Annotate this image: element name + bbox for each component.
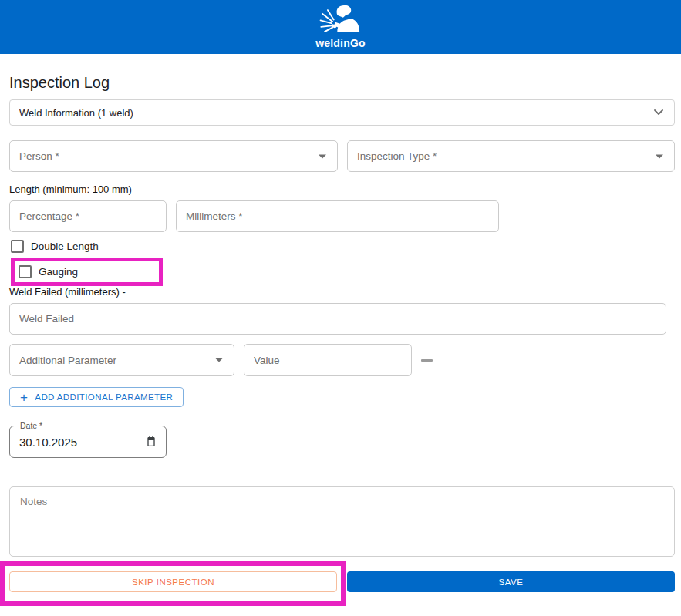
length-inputs-row (9, 200, 681, 232)
chevron-down-icon (654, 109, 663, 116)
app-header: weldinGo (0, 0, 681, 54)
highlight-gauging: Gauging (11, 258, 163, 286)
highlight-skip-inspection: SKIP INSPECTION (0, 561, 346, 606)
form-actions-row: SKIP INSPECTION SAVE (0, 561, 681, 606)
page-title: Inspection Log (9, 74, 681, 92)
person-select[interactable]: Person * (9, 140, 338, 172)
parameter-value-input[interactable] (244, 344, 412, 376)
additional-parameter-select[interactable]: Additional Parameter (9, 344, 234, 376)
remove-parameter-icon[interactable] (421, 359, 433, 362)
dropdown-arrow-icon (656, 154, 663, 158)
percentage-input[interactable] (9, 200, 167, 232)
date-field[interactable]: Date * (9, 426, 167, 458)
gauging-row: Gauging (19, 265, 159, 278)
plus-icon: + (20, 391, 28, 404)
weld-information-accordion[interactable]: Weld Information (1 weld) (9, 99, 675, 126)
save-button[interactable]: SAVE (347, 571, 675, 592)
calendar-icon[interactable] (145, 436, 157, 448)
additional-parameter-placeholder: Additional Parameter (19, 355, 116, 366)
length-section-label: Length (minimum: 100 mm) (9, 183, 681, 195)
double-length-row: Double Length (11, 240, 681, 253)
inspection-type-placeholder: Inspection Type * (357, 150, 437, 162)
gauging-label: Gauging (39, 266, 78, 278)
inspection-type-select[interactable]: Inspection Type * (347, 140, 675, 172)
skip-inspection-button[interactable]: SKIP INSPECTION (9, 571, 337, 592)
gauging-checkbox[interactable] (19, 265, 32, 278)
add-additional-parameter-label: ADD ADDITIONAL PARAMETER (35, 392, 173, 402)
date-input[interactable] (19, 436, 127, 449)
weld-information-label: Weld Information (1 weld) (19, 107, 133, 119)
welder-logo-icon (319, 5, 362, 35)
form-content: Inspection Log Weld Information (1 weld)… (0, 74, 681, 606)
weld-failed-section-label: Weld Failed (millimeters) - (9, 286, 681, 298)
additional-parameter-row: Additional Parameter (9, 344, 681, 376)
weld-failed-input[interactable] (9, 303, 666, 335)
dropdown-arrow-icon (215, 358, 223, 362)
date-field-label: Date * (17, 421, 46, 430)
add-additional-parameter-button[interactable]: + ADD ADDITIONAL PARAMETER (9, 387, 184, 407)
notes-textarea[interactable] (9, 486, 675, 557)
double-length-label: Double Length (31, 241, 99, 252)
millimeters-input[interactable] (176, 200, 499, 232)
person-type-row: Person * Inspection Type * (9, 140, 681, 172)
dropdown-arrow-icon (319, 154, 326, 158)
person-select-placeholder: Person * (19, 150, 59, 162)
brand-name: weldinGo (315, 37, 366, 49)
double-length-checkbox[interactable] (11, 240, 24, 253)
